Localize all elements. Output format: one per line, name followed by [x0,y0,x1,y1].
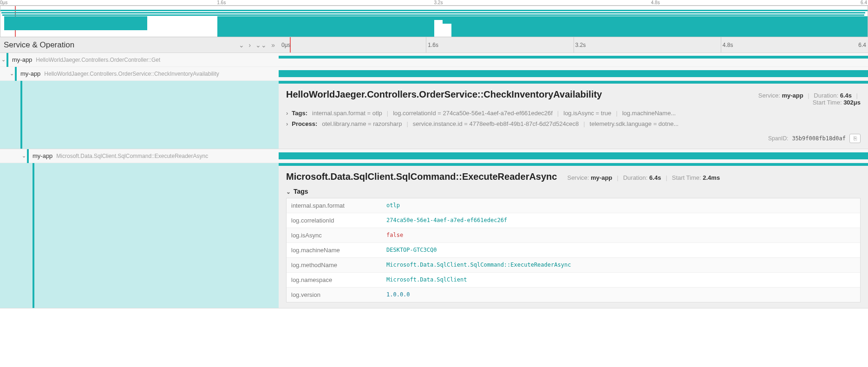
operation-name: HelloWorldJaeger.Controllers.OrderContro… [36,57,160,63]
detail-color-bar [20,81,22,149]
chevron-down-icon[interactable]: ⌄ [239,41,244,49]
service-color-bar [27,149,29,163]
detail-color-bar [33,163,34,308]
tag-row[interactable]: log.isAsyncfalse [287,228,860,243]
service-operation-heading: Service & Operation [4,40,74,50]
caret-icon[interactable]: ⌄ [20,153,27,159]
service-color-bar [7,53,8,67]
service-name: my-app [20,70,40,77]
caret-icon[interactable]: ⌄ [8,71,15,77]
tag-row[interactable]: log.namespaceMicrosoft.Data.SqlClient [287,273,860,288]
service-name: my-app [33,152,52,159]
tags-section-header[interactable]: Tags [286,188,861,195]
tag-row[interactable]: log.version1.0.0.0 [287,288,860,302]
span-detail-panel: Microsoft.Data.SqlClient.SqlCommand::Exe… [0,163,868,308]
detail-top-bar [279,81,868,84]
tree-nav-controls: ⌄ › ⌄⌄ » [239,41,275,49]
tag-row[interactable]: internal.span.formatotlp [287,198,860,213]
span-duration-bar [279,70,868,77]
operation-name: HelloWorldJaeger.Controllers.OrderServic… [44,71,219,77]
trace-minimap[interactable] [0,6,868,37]
expand-icon[interactable]: › [286,110,288,117]
timeline-ruler: 0μs 1.6s 3.2s 4.8s 6.4 [279,37,868,52]
tags-table: internal.span.formatotlp log.correlation… [286,198,861,302]
span-title: Microsoft.Data.SqlClient.SqlCommand::Exe… [286,171,557,182]
span-detail-panel: HelloWorldJaeger.Controllers.OrderServic… [0,81,868,149]
span-row[interactable]: ⌄ my-app HelloWorldJaeger.Controllers.Or… [0,53,868,67]
double-chevron-down-icon[interactable]: ⌄⌄ [255,41,267,49]
service-color-bar [15,67,17,81]
tag-row[interactable]: log.correlationId274ca50e-56e1-4aef-a7ed… [287,213,860,228]
caret-icon[interactable]: ⌄ [0,57,7,63]
span-row[interactable]: ⌄ my-app Microsoft.Data.SqlClient.SqlCom… [0,149,868,163]
section-header: Service & Operation ⌄ › ⌄⌄ » 0μs 1.6s 3.… [0,37,868,53]
deep-link-button[interactable]: ⎘ [849,134,861,143]
minimap-ruler: 0μs 1.6s 3.2s 4.8s 6.4 [0,0,868,6]
process-summary-row[interactable]: › Process: otel.library.name = razorshar… [286,120,861,127]
span-row[interactable]: ⌄ my-app HelloWorldJaeger.Controllers.Or… [0,67,868,81]
tag-row[interactable]: log.methodNameMicrosoft.Data.SqlClient.S… [287,258,860,273]
service-name: my-app [12,56,32,63]
expand-icon[interactable]: › [286,120,288,127]
tag-row[interactable]: log.machineNameDESKTOP-GTC3CQ0 [287,243,860,258]
detail-top-bar [279,163,868,166]
tags-summary-row[interactable]: › Tags: internal.span.format = otlp| log… [286,110,861,117]
operation-name: Microsoft.Data.SqlClient.SqlCommand::Exe… [56,153,208,159]
chevron-right-icon[interactable]: › [249,41,251,49]
spanid-label: SpanID: [768,135,788,142]
span-duration-bar [279,152,868,159]
double-chevron-right-icon[interactable]: » [271,41,275,49]
spanid-value: 35b9f008fb18d0af [792,135,846,142]
span-duration-bar [279,56,868,59]
span-title: HelloWorldJaeger.Controllers.OrderServic… [286,89,602,100]
